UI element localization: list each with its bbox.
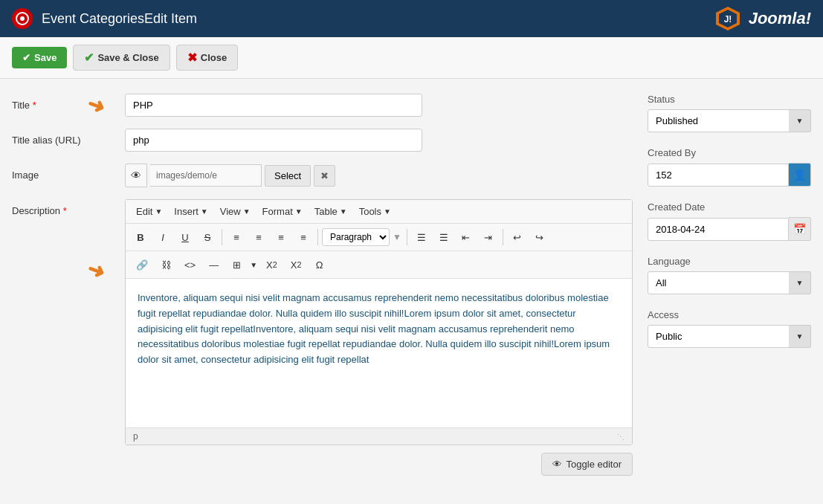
svg-text:J!: J!	[723, 14, 732, 25]
description-row: Description * ➜ Edit ▼ Insert ▼	[12, 199, 633, 476]
align-justify-button[interactable]: ≡	[293, 227, 314, 248]
user-select-button[interactable]: 👤	[789, 163, 811, 187]
access-select-wrapper: Public Guest Registered Special Super Us…	[648, 325, 811, 348]
header: Event CategoriesEdit Item J! Joomla!	[0, 0, 823, 37]
editor-container: Edit ▼ Insert ▼ View ▼ Format	[125, 199, 633, 445]
image-preview-button[interactable]: 👁	[125, 164, 147, 187]
save-close-button[interactable]: ✔ Save & Close	[73, 45, 170, 71]
title-input[interactable]	[125, 94, 422, 117]
bold-button[interactable]: B	[130, 227, 151, 248]
table-arrow: ▼	[248, 261, 259, 269]
numbered-list-button[interactable]: ☰	[433, 227, 454, 248]
eye-icon: 👁	[552, 459, 562, 470]
strikethrough-button[interactable]: S	[197, 227, 218, 248]
eye-icon: 👁	[131, 169, 141, 181]
toggle-editor-button[interactable]: 👁 Toggle editor	[541, 453, 633, 476]
save-icon: ✔	[22, 52, 30, 63]
subscript-button[interactable]: X2	[260, 254, 283, 275]
editor-tag: p	[133, 431, 138, 442]
url-alias-row: Title alias (URL)	[12, 129, 633, 152]
outdent-button[interactable]: ⇤	[456, 227, 477, 248]
code-button[interactable]: <>	[178, 254, 201, 275]
left-panel: Title * ➜ Title alias (URL) Image 👁	[12, 94, 633, 476]
superscript-button[interactable]: X2	[285, 254, 308, 275]
image-path-input[interactable]	[150, 164, 262, 187]
editor-toolbar: B I U S ≡ ≡ ≡ ≡ Paragraph ▼	[126, 224, 632, 251]
link-button[interactable]: 🔗	[130, 254, 154, 275]
image-field: 👁 Select ✖	[125, 164, 633, 187]
italic-button[interactable]: I	[152, 227, 173, 248]
created-date-wrapper: 📅	[648, 217, 811, 241]
align-center-button[interactable]: ≡	[248, 227, 269, 248]
chevron-down-icon: ▼	[340, 207, 347, 216]
title-row: Title * ➜	[12, 94, 633, 117]
editor-toolbar-2: 🔗 ⛓ <> — ⊞ ▼ X2 X2 Ω	[126, 251, 632, 279]
hr-button[interactable]: —	[203, 254, 225, 275]
redo-button[interactable]: ↪	[529, 227, 550, 248]
language-label: Language	[648, 256, 811, 267]
calendar-button[interactable]: 📅	[789, 217, 811, 241]
unlink-button[interactable]: ⛓	[155, 254, 177, 275]
chevron-down-icon: ▼	[295, 207, 303, 216]
editor-menu-tools[interactable]: Tools ▼	[353, 203, 397, 220]
image-select-button[interactable]: Select	[265, 165, 311, 187]
arrow-annotation-2: ➜	[84, 256, 109, 285]
created-by-label: Created By	[648, 147, 811, 158]
align-right-button[interactable]: ≡	[271, 227, 291, 248]
title-required: *	[30, 100, 36, 111]
status-select[interactable]: Published Unpublished Archived Trashed	[648, 109, 811, 132]
select-arrow-icon: ▼	[391, 232, 403, 242]
editor-menu-view[interactable]: View ▼	[214, 203, 256, 220]
joomla-icon: J!	[713, 4, 743, 33]
toolbar-sep-2	[317, 229, 318, 245]
image-label: Image	[12, 164, 116, 181]
close-button[interactable]: ✖ Close	[176, 45, 238, 71]
align-left-button[interactable]: ≡	[226, 227, 247, 248]
joomla-logo: J! Joomla!	[713, 4, 811, 33]
undo-button[interactable]: ↩	[507, 227, 528, 248]
editor-menu-table[interactable]: Table ▼	[309, 203, 353, 220]
indent-button[interactable]: ⇥	[478, 227, 499, 248]
created-by-section: Created By 👤	[648, 147, 811, 187]
created-by-input[interactable]	[648, 164, 789, 187]
editor-menu-format[interactable]: Format ▼	[256, 203, 309, 220]
save-close-label: Save & Close	[97, 52, 158, 63]
special-char-button[interactable]: Ω	[309, 254, 330, 275]
save-button[interactable]: ✔ Save	[12, 47, 67, 68]
image-clear-button[interactable]: ✖	[314, 165, 335, 187]
editor-body[interactable]: Inventore, aliquam sequi nisi velit magn…	[126, 279, 632, 427]
underline-button[interactable]: U	[175, 227, 196, 248]
status-select-wrapper: Published Unpublished Archived Trashed ▼	[648, 109, 811, 132]
close-x-icon: ✖	[187, 51, 197, 65]
svg-point-1	[20, 16, 25, 21]
url-alias-input[interactable]	[125, 129, 422, 152]
toolbar: ✔ Save ✔ Save & Close ✖ Close	[0, 37, 823, 79]
image-row: Image 👁 Select ✖	[12, 164, 633, 187]
main-content: Title * ➜ Title alias (URL) Image 👁	[0, 79, 823, 491]
created-date-section: Created Date 📅	[648, 201, 811, 241]
chevron-down-icon: ▼	[384, 207, 391, 216]
language-section: Language All ▼	[648, 256, 811, 294]
toolbar-sep-4	[503, 229, 503, 245]
table-button[interactable]: ⊞	[226, 254, 247, 275]
access-select[interactable]: Public Guest Registered Special Super Us…	[648, 325, 811, 348]
header-left: Event CategoriesEdit Item	[12, 8, 197, 29]
editor-menu-insert[interactable]: Insert ▼	[168, 203, 213, 220]
status-section: Status Published Unpublished Archived Tr…	[648, 94, 811, 132]
editor-content: Inventore, aliquam sequi nisi velit magn…	[138, 292, 610, 365]
save-label: Save	[34, 52, 57, 63]
created-date-input[interactable]	[648, 218, 789, 241]
bullet-list-button[interactable]: ☰	[411, 227, 432, 248]
close-label: Close	[201, 52, 227, 63]
app-icon	[12, 8, 33, 29]
joomla-text: Joomla!	[749, 9, 811, 28]
page-title: Event CategoriesEdit Item	[42, 11, 197, 27]
calendar-icon: 📅	[793, 223, 806, 235]
toolbar-sep-3	[407, 229, 407, 245]
language-select[interactable]: All	[648, 271, 811, 294]
editor-menu-edit[interactable]: Edit ▼	[130, 203, 168, 220]
language-select-wrapper: All ▼	[648, 271, 811, 294]
editor-menubar: Edit ▼ Insert ▼ View ▼ Format	[126, 200, 632, 224]
paragraph-select[interactable]: Paragraph	[322, 228, 390, 246]
resize-handle[interactable]: ⋱	[617, 433, 624, 441]
